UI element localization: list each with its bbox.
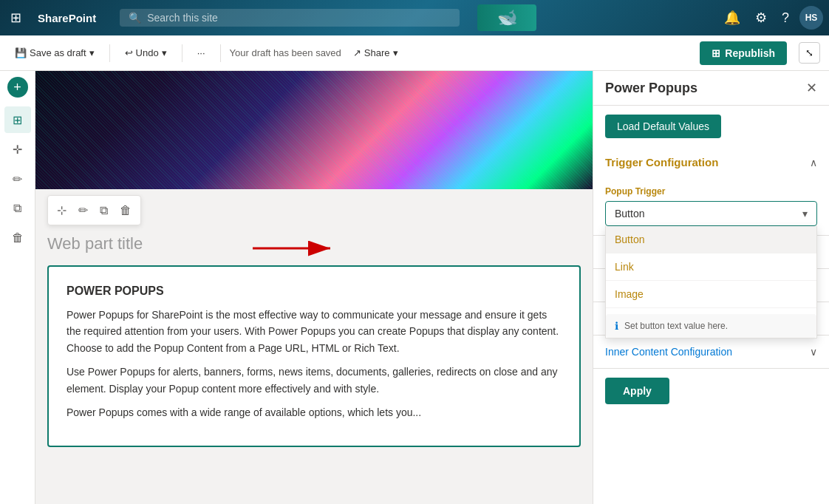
copy-icon: ⧉ xyxy=(100,204,108,217)
sidebar-icon-layers[interactable]: ⧉ xyxy=(4,195,31,222)
inner-content-config-section: Inner Content Configuration ∨ xyxy=(593,336,829,369)
sidebar-icon-edit[interactable]: ✏ xyxy=(4,166,31,192)
delete-icon: 🗑 xyxy=(120,204,132,217)
inner-content-chevron-down-icon: ∨ xyxy=(810,346,817,358)
right-panel: Power Popups ✕ Load Default Values Trigg… xyxy=(593,71,829,504)
settings-button[interactable]: ⚙ xyxy=(751,7,771,29)
edit-floating-toolbar: ⊹ ✏ ⧉ 🗑 xyxy=(47,195,141,225)
draft-status: Your draft has been saved xyxy=(230,47,341,58)
dropdown-option-image[interactable]: Image xyxy=(606,281,816,308)
inner-content-config-title: Inner Content Configuration xyxy=(605,346,732,358)
apply-button[interactable]: Apply xyxy=(605,378,669,404)
power-popups-paragraph-1: Power Popups for SharePoint is the most … xyxy=(66,307,562,356)
info-icon: ℹ xyxy=(615,320,618,332)
grid-menu-button[interactable]: ⊞ xyxy=(6,7,26,29)
power-popups-paragraph-3: Power Popups comes with a wide range of … xyxy=(66,404,562,420)
trigger-section-content: Popup Trigger Button ▾ Button Link Image xyxy=(593,177,829,235)
panel-header: Power Popups ✕ xyxy=(593,71,829,106)
delete-button[interactable]: 🗑 xyxy=(115,200,136,220)
power-popups-heading: POWER POPUPS xyxy=(66,285,562,298)
dropdown-selected-value[interactable]: Button ▾ xyxy=(605,201,817,226)
search-icon: 🔍 xyxy=(129,12,141,24)
search-input[interactable] xyxy=(147,12,451,24)
hero-image xyxy=(35,71,593,189)
nav-icons-group: 🔔 ⚙ ? HS xyxy=(720,6,823,30)
power-popups-paragraph-2: Use Power Popups for alerts, banners, fo… xyxy=(66,364,562,397)
add-section-button[interactable]: + xyxy=(7,77,28,98)
popup-trigger-dropdown: Button ▾ Button Link Image ℹ Set button … xyxy=(605,201,817,226)
trigger-config-section: Trigger Configuration ∧ Popup Trigger Bu… xyxy=(593,147,829,236)
republish-icon: ⊞ xyxy=(712,47,720,59)
toolbar-separator-3 xyxy=(220,44,221,62)
sidebar-icon-move[interactable]: ✛ xyxy=(4,136,31,163)
share-dropdown-icon: ▾ xyxy=(393,47,398,58)
undo-button[interactable]: ↩ Undo ▾ xyxy=(119,44,173,61)
pencil-icon: ✏ xyxy=(78,204,88,217)
panel-close-button[interactable]: ✕ xyxy=(806,80,817,96)
republish-button[interactable]: ⊞ Republish xyxy=(700,41,787,65)
save-dropdown-icon: ▾ xyxy=(89,47,95,58)
app-name: SharePoint xyxy=(32,12,102,24)
right-panel-scroll[interactable]: Power Popups ✕ Load Default Values Trigg… xyxy=(593,71,829,504)
dropdown-chevron-icon: ▾ xyxy=(802,208,808,219)
collapse-button[interactable]: ⤡ xyxy=(799,42,820,64)
left-sidebar: + ⊞ ✛ ✏ ⧉ 🗑 xyxy=(0,71,35,504)
inner-content-config-header[interactable]: Inner Content Configuration ∨ xyxy=(593,336,829,368)
close-icon: ✕ xyxy=(806,81,817,95)
toolbar-separator-2 xyxy=(182,44,182,62)
copy-button[interactable]: ⧉ xyxy=(95,200,112,220)
search-bar[interactable]: 🔍 xyxy=(120,9,460,27)
notification-button[interactable]: 🔔 xyxy=(720,7,745,29)
trigger-section-title: Trigger Configuration xyxy=(605,156,718,168)
editing-toolbar: 💾 Save as draft ▾ ↩ Undo ▾ ··· Your draf… xyxy=(0,35,829,71)
help-button[interactable]: ? xyxy=(777,7,794,29)
popup-trigger-label: Popup Trigger xyxy=(605,186,817,197)
sidebar-icon-trash[interactable]: 🗑 xyxy=(4,225,31,251)
move-icon: ⊹ xyxy=(57,204,66,217)
undo-dropdown-icon: ▾ xyxy=(162,47,167,58)
page-content-area: ⊹ ✏ ⧉ 🗑 Web part title POWER POPUPS Powe… xyxy=(35,71,593,504)
sidebar-icon-grid[interactable]: ⊞ xyxy=(4,106,31,133)
collapse-icon: ⤡ xyxy=(805,47,813,58)
power-popups-webpart: POWER POPUPS Power Popups for SharePoint… xyxy=(47,265,581,447)
move-button[interactable]: ⊹ xyxy=(52,200,71,220)
toolbar-separator-1 xyxy=(109,44,110,62)
save-icon: 💾 xyxy=(15,47,27,58)
share-button[interactable]: ↗ Share ▾ xyxy=(347,44,404,61)
logo-area: 🐋 xyxy=(477,4,536,31)
top-navigation: ⊞ SharePoint 🔍 🐋 🔔 ⚙ ? HS xyxy=(0,0,829,35)
dropdown-option-link[interactable]: Link xyxy=(606,253,816,281)
main-layout: + ⊞ ✛ ✏ ⧉ 🗑 ⊹ ✏ ⧉ 🗑 Web part title xyxy=(0,71,829,504)
trigger-chevron-up-icon: ∧ xyxy=(810,157,817,168)
webpart-title: Web part title xyxy=(47,231,581,256)
panel-title: Power Popups xyxy=(605,81,697,96)
trigger-section-header[interactable]: Trigger Configuration ∧ xyxy=(593,147,829,177)
webpart-container: Web part title POWER POPUPS Power Popups… xyxy=(47,231,581,447)
user-avatar[interactable]: HS xyxy=(799,6,823,30)
load-default-button[interactable]: Load Default Values xyxy=(605,115,721,138)
undo-icon: ↩ xyxy=(125,47,133,58)
save-draft-button[interactable]: 💾 Save as draft ▾ xyxy=(9,44,100,61)
dropdown-option-button[interactable]: Button xyxy=(606,226,816,253)
dropdown-menu: Button Link Image ℹ Set button text valu… xyxy=(605,226,817,338)
more-button[interactable]: ··· xyxy=(191,44,211,61)
edit-pencil-button[interactable]: ✏ xyxy=(74,200,92,220)
info-note: ℹ Set button text value here. xyxy=(606,314,816,338)
share-icon: ↗ xyxy=(353,47,361,58)
